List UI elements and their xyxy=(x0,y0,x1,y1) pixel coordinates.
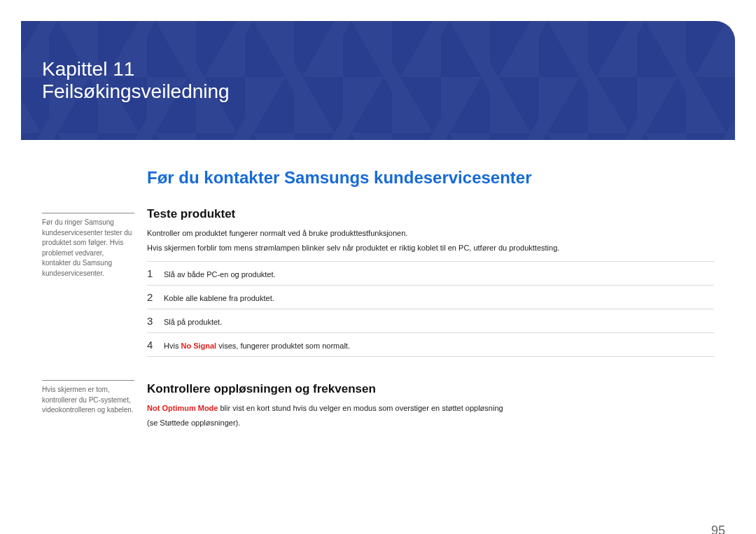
chapter-title: Feilsøkingsveiledning xyxy=(42,80,735,103)
divider xyxy=(42,380,134,381)
sidebar-notes: Før du ringer Samsung kundeservicesenter… xyxy=(0,168,147,433)
step-text: Slå av både PC-en og produktet. xyxy=(164,270,276,279)
sub1-p1: Kontroller om produktet fungerer normalt… xyxy=(147,228,714,239)
step-bold: No Signal xyxy=(181,342,216,350)
step-number: 4 xyxy=(147,339,164,351)
step-number: 1 xyxy=(147,267,164,279)
step-list: 1 Slå av både PC-en og produktet. 2 Kobl… xyxy=(147,261,714,357)
step-text: Hvis No Signal vises, fungerer produktet… xyxy=(164,342,350,350)
main-content: Før du kontakter Samsungs kundeservicese… xyxy=(147,168,756,433)
step-number: 2 xyxy=(147,291,164,303)
divider xyxy=(42,213,134,213)
document-page: Kapittel 11 Feilsøkingsveiledning Før du… xyxy=(0,21,756,534)
sub1-heading: Teste produktet xyxy=(147,207,714,221)
step-row: 2 Koble alle kablene fra produktet. xyxy=(147,286,714,309)
chapter-label: Kapittel 11 xyxy=(42,58,735,80)
note-text: Før du ringer Samsung kundeservicesenter… xyxy=(42,218,134,279)
step-suffix: vises, fungerer produktet som normalt. xyxy=(216,342,350,350)
sub2-heading: Kontrollere oppløsningen og frekvensen xyxy=(147,382,714,396)
step-row: 4 Hvis No Signal vises, fungerer produkt… xyxy=(147,333,714,357)
step-row: 1 Slå av både PC-en og produktet. xyxy=(147,261,714,286)
chapter-banner: Kapittel 11 Feilsøkingsveiledning xyxy=(21,21,735,140)
page-number: 95 xyxy=(711,524,725,534)
sub2-body2: (se Støttede oppløsninger). xyxy=(147,418,714,428)
sub2-bold: Not Optimum Mode xyxy=(147,404,218,412)
sub1-p2: Hvis skjermen forblir tom mens strømlamp… xyxy=(147,243,714,253)
step-row: 3 Slå på produktet. xyxy=(147,309,714,333)
content-area: Før du ringer Samsung kundeservicesenter… xyxy=(0,168,756,433)
step-number: 3 xyxy=(147,315,164,327)
note-text: Hvis skjermen er tom, kontrollerer du PC… xyxy=(42,385,134,416)
section-title: Før du kontakter Samsungs kundeservicese… xyxy=(147,168,714,188)
sub2-body: Not Optimum Mode blir vist en kort stund… xyxy=(147,403,714,414)
sidebar-note-top: Før du ringer Samsung kundeservicesenter… xyxy=(42,213,134,279)
step-text: Slå på produktet. xyxy=(164,318,222,326)
sidebar-note-bottom: Hvis skjermen er tom, kontrollerer du PC… xyxy=(42,380,134,416)
sub2-body-cont: blir vist en kort stund hvis du velger e… xyxy=(218,404,503,412)
step-prefix: Hvis xyxy=(164,342,181,350)
step-text: Koble alle kablene fra produktet. xyxy=(164,294,274,302)
